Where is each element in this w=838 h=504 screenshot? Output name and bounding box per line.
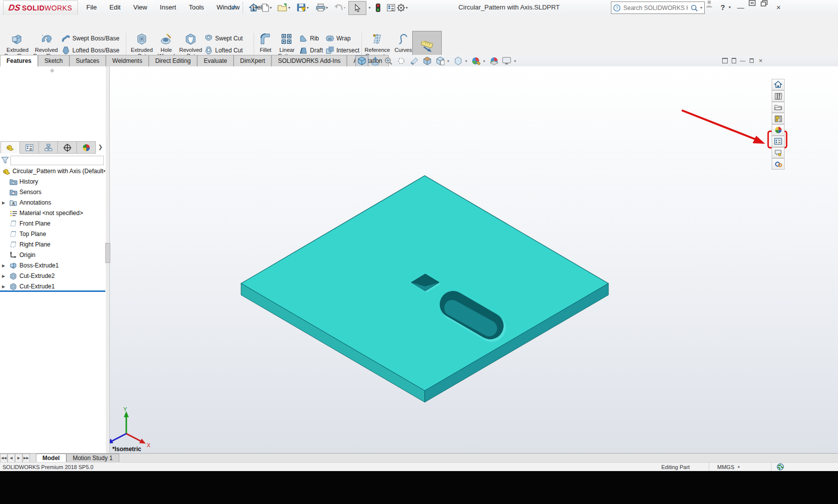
expand-arrow-icon[interactable]: ▶ — [0, 274, 7, 278]
tree-filter-input[interactable] — [10, 156, 104, 165]
tree-item-front-plane[interactable]: Front Plane — [0, 219, 105, 229]
tab-dimxpert[interactable]: DimXpert — [234, 55, 272, 66]
swept-boss-base-button[interactable]: Swept Boss/Base — [62, 34, 128, 42]
doc-restore-icon[interactable] — [747, 55, 756, 65]
tree-root[interactable]: Circular_Pattern with Axis (Default<<I — [0, 166, 105, 176]
tab-featuremanager[interactable] — [0, 141, 20, 154]
doc-minimize-icon[interactable]: — — [738, 55, 747, 65]
tree-item-boss-extrude1[interactable]: ▶ Boss-Extrude1 — [0, 260, 105, 270]
units-dropdown[interactable]: MMGS — [717, 464, 734, 470]
tab-scroll-first-icon[interactable]: ◀◀ — [0, 454, 7, 463]
tab-configurationmanager[interactable] — [39, 141, 58, 154]
draft-button[interactable]: Draft — [299, 46, 323, 54]
tab-scroll-next-icon[interactable]: ▶ — [15, 454, 22, 463]
tree-item-history[interactable]: History — [0, 177, 105, 187]
tab-solidworks-add-ins[interactable]: SOLIDWORKS Add-Ins — [272, 55, 347, 66]
expand-arrow-icon[interactable]: ▶ — [0, 263, 7, 268]
search-input[interactable] — [622, 4, 689, 12]
model-tab[interactable]: Model — [36, 454, 66, 463]
print-icon[interactable]: ▾ — [315, 1, 328, 13]
maximize-button[interactable] — [749, 0, 760, 15]
edit-appearance-icon[interactable] — [470, 56, 482, 66]
tree-item-right-plane[interactable]: Right Plane — [0, 240, 105, 250]
lofted-cut-button[interactable]: Lofted Cut — [205, 46, 252, 54]
expand-arrow-icon[interactable]: ▶ — [0, 201, 7, 205]
view-cube-icon[interactable] — [355, 55, 368, 67]
panel-tab-overflow[interactable]: ❯ — [96, 141, 105, 153]
wrap-button[interactable]: ab Wrap — [326, 34, 359, 42]
display-style-icon[interactable] — [434, 56, 446, 66]
home-icon[interactable] — [772, 79, 785, 90]
help-caret[interactable]: ▾ — [727, 0, 733, 15]
tab-scroll-prev-icon[interactable]: ◀ — [7, 454, 15, 463]
panel-collapse-handle[interactable] — [50, 69, 54, 72]
select-dropdown-caret[interactable]: ▾ — [366, 1, 373, 13]
menu-view[interactable]: View — [128, 0, 153, 15]
tree-item-annotations[interactable]: ▶ A Annotations — [0, 198, 105, 208]
design-library-icon[interactable] — [772, 90, 785, 102]
tree-item-material[interactable]: Material <not specified> — [0, 208, 105, 218]
search-icon[interactable] — [691, 4, 698, 11]
view-palette-icon[interactable] — [772, 113, 785, 124]
settings-gear-icon[interactable]: ▾ — [396, 1, 409, 13]
custom-properties-icon[interactable] — [772, 136, 785, 147]
tab-surfaces[interactable]: Surfaces — [69, 55, 106, 66]
open-icon[interactable]: ▾ — [278, 1, 290, 13]
tree-item-sensors[interactable]: Sensors — [0, 187, 105, 197]
hide-show-items-icon[interactable] — [452, 56, 464, 66]
save-icon[interactable]: ▾ — [296, 1, 309, 13]
tab-sketch[interactable]: Sketch — [38, 55, 69, 66]
section-view-icon[interactable] — [408, 56, 420, 66]
tab-scroll-last-icon[interactable]: ▶▶ — [22, 454, 30, 463]
tab-evaluate[interactable]: Evaluate — [197, 55, 234, 66]
doc-next-window-icon[interactable] — [729, 55, 738, 65]
swept-cut-button[interactable]: Swept Cut — [205, 34, 252, 42]
forum-icon[interactable] — [772, 147, 785, 159]
menu-insert[interactable]: Insert — [154, 0, 182, 15]
tab-dimxpertmanager[interactable] — [58, 141, 77, 154]
menu-edit[interactable]: Edit — [104, 0, 126, 15]
help-search[interactable]: ? ▾ — [611, 1, 705, 14]
new-document-icon[interactable]: ▾ — [261, 1, 274, 13]
pin-icon[interactable] — [227, 1, 240, 13]
tab-weldments[interactable]: Weldments — [106, 55, 149, 66]
close-button[interactable]: × — [773, 0, 785, 15]
panel-splitter-handle[interactable] — [105, 243, 110, 263]
lofted-boss-base-button[interactable]: Lofted Boss/Base — [62, 46, 128, 54]
tab-direct-editing[interactable]: Direct Editing — [149, 55, 197, 66]
motion-study-tab[interactable]: Motion Study 1 — [66, 454, 119, 463]
units-caret-icon[interactable]: ▴ — [738, 464, 740, 469]
tree-item-cut-extrude2[interactable]: ▶ Cut-Extrude2 — [0, 271, 105, 281]
minimize-button[interactable]: — — [736, 0, 746, 15]
tree-item-top-plane[interactable]: Top Plane — [0, 229, 105, 239]
tab-propertymanager[interactable] — [20, 141, 39, 154]
expand-arrow-icon[interactable]: ▶ — [0, 284, 7, 289]
menu-file[interactable]: File — [81, 0, 102, 15]
menu-tools[interactable]: Tools — [183, 0, 209, 15]
user-account-icon[interactable] — [706, 0, 716, 15]
cascade-windows-button[interactable] — [761, 0, 772, 15]
rebuild-icon[interactable] — [373, 1, 382, 13]
home-icon[interactable] — [247, 1, 260, 13]
file-explorer-icon[interactable] — [772, 102, 785, 113]
doc-close-icon[interactable]: × — [756, 55, 765, 65]
tab-displaymanager[interactable] — [77, 141, 96, 154]
view-orientation-icon[interactable] — [421, 56, 433, 66]
previous-view-icon[interactable] — [395, 56, 407, 66]
tree-item-origin[interactable]: Origin — [0, 250, 105, 260]
graphics-viewport[interactable] — [0, 66, 838, 453]
web-globe-icon[interactable] — [777, 463, 784, 471]
help-icon[interactable]: ? — [719, 0, 727, 15]
intersect-button[interactable]: Intersect — [326, 46, 359, 54]
zoom-to-fit-icon[interactable] — [369, 56, 381, 66]
rib-button[interactable]: Rib — [299, 34, 323, 42]
tree-item-cut-extrude1[interactable]: ▶ Cut-Extrude1 — [0, 281, 105, 291]
apply-scene-icon[interactable] — [488, 56, 500, 66]
zoom-to-area-icon[interactable] — [382, 56, 394, 66]
rollback-bar[interactable] — [0, 290, 105, 292]
appearances-icon[interactable] — [772, 124, 785, 136]
view-settings-icon[interactable] — [501, 56, 513, 66]
tab-features[interactable]: Features — [0, 55, 38, 66]
resources-icon[interactable] — [772, 158, 785, 170]
select-cursor-icon[interactable] — [348, 1, 366, 15]
